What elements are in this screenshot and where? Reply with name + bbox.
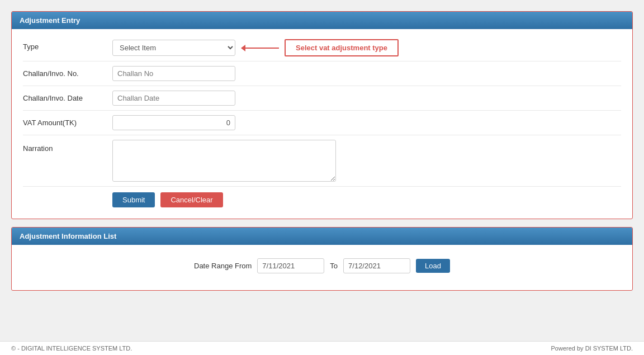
narration-row: Narration (23, 135, 621, 187)
to-label: To (330, 262, 338, 270)
cancel-clear-button[interactable]: Cancel/Clear (160, 192, 222, 207)
challan-no-input[interactable] (112, 66, 235, 81)
challan-no-row: Challan/Invo. No. (23, 61, 621, 86)
adjustment-entry-panel: Adjustment Entry Type Select Item Select… (11, 11, 633, 219)
powered-by-text: Powered by DI SYSTEM LTD. (551, 345, 633, 352)
type-label: Type (23, 39, 112, 51)
adjustment-entry-header: Adjustment Entry (12, 12, 632, 29)
date-range-label: Date Range From (194, 262, 252, 270)
adjustment-entry-title: Adjustment Entry (20, 16, 80, 25)
date-to-input[interactable] (343, 258, 410, 273)
narration-label: Narration (23, 140, 112, 153)
tooltip-arrow (241, 45, 279, 51)
challan-no-label: Challan/Invo. No. (23, 66, 112, 78)
submit-button[interactable]: Submit (112, 192, 155, 207)
buttons-row: Submit Cancel/Clear (23, 187, 621, 210)
type-row: Type Select Item Select vat adjustment t… (23, 35, 621, 61)
tooltip-text: Select vat adjustment type (296, 44, 387, 52)
date-from-input[interactable] (257, 258, 324, 273)
footer: © - DIGITAL INTELLIGENCE SYSTEM LTD. Pow… (0, 341, 644, 355)
arrow-line (245, 48, 279, 49)
vat-amount-label: VAT Amount(TK) (23, 115, 112, 127)
challan-date-input[interactable] (112, 91, 235, 106)
vat-amount-input[interactable] (112, 115, 235, 130)
narration-textarea[interactable] (112, 140, 336, 182)
type-select[interactable]: Select Item (112, 40, 235, 56)
adjustment-list-panel: Adjustment Information List Date Range F… (11, 227, 633, 291)
date-range-row: Date Range From To Load (23, 250, 621, 281)
copyright-text: © - DIGITAL INTELLIGENCE SYSTEM LTD. (11, 345, 132, 352)
arrow-head-icon (241, 45, 245, 51)
load-button[interactable]: Load (416, 259, 450, 273)
challan-date-label: Challan/Invo. Date (23, 91, 112, 102)
challan-date-row: Challan/Invo. Date (23, 86, 621, 111)
adjustment-list-title: Adjustment Information List (20, 232, 116, 240)
adjustment-list-body: Date Range From To Load (12, 245, 632, 290)
type-controls: Select Item Select vat adjustment type (112, 39, 399, 56)
vat-tooltip: Select vat adjustment type (285, 39, 399, 56)
adjustment-list-header: Adjustment Information List (12, 228, 632, 245)
adjustment-entry-body: Type Select Item Select vat adjustment t… (12, 29, 632, 219)
vat-amount-row: VAT Amount(TK) (23, 111, 621, 135)
